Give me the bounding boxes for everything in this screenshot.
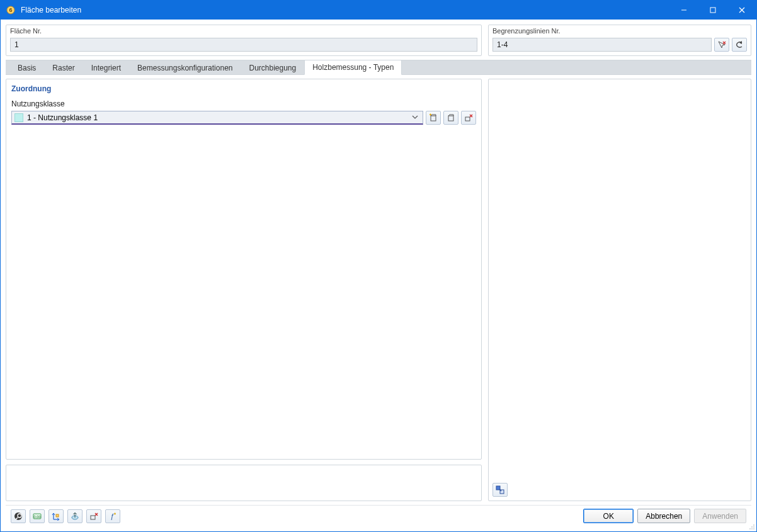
svg-point-15 xyxy=(14,512,22,520)
svg-text:ƒ: ƒ xyxy=(110,512,114,520)
surface-number-input[interactable] xyxy=(10,38,477,52)
boundary-lines-input[interactable] xyxy=(492,38,712,52)
boundary-lines-group: Begrenzungslinien Nr. xyxy=(488,25,751,56)
svg-rect-9 xyxy=(448,116,453,121)
delete-service-class-button[interactable] xyxy=(461,111,476,125)
cancel-button[interactable]: Abbrechen xyxy=(637,509,690,523)
svg-rect-3 xyxy=(710,8,715,13)
units-button[interactable]: 0,00 xyxy=(30,509,45,523)
apply-button[interactable]: Anwenden xyxy=(694,509,746,523)
new-service-class-button[interactable] xyxy=(426,111,441,125)
top-row: Fläche Nr. Begrenzungslinien Nr. xyxy=(6,25,751,56)
surface-number-label: Fläche Nr. xyxy=(10,27,42,35)
app-icon: 6 xyxy=(6,5,16,15)
tab-bar: Basis Raster Integriert Bemessungskonfig… xyxy=(6,60,751,75)
svg-line-12 xyxy=(470,115,472,117)
svg-line-17 xyxy=(16,518,18,519)
svg-point-16 xyxy=(18,514,21,518)
svg-rect-22 xyxy=(56,514,59,517)
svg-rect-25 xyxy=(91,516,95,519)
svg-rect-14 xyxy=(500,490,504,494)
comment-panel xyxy=(6,465,482,501)
svg-rect-18 xyxy=(33,514,41,519)
help-button[interactable] xyxy=(11,509,26,523)
svg-rect-13 xyxy=(496,486,500,490)
client-area: Fläche Nr. Begrenzungslinien Nr. xyxy=(1,20,756,531)
svg-line-7 xyxy=(723,42,726,44)
tab-raster[interactable]: Raster xyxy=(44,60,83,75)
surface-number-group: Fläche Nr. xyxy=(6,25,482,56)
tab-basis[interactable]: Basis xyxy=(9,60,44,75)
function-button[interactable]: ƒ xyxy=(105,509,120,523)
svg-line-27 xyxy=(95,513,98,516)
svg-point-30 xyxy=(751,526,753,528)
dialog-window: 6 Fläche bearbeiten Fläche Nr. Begrenzun… xyxy=(0,0,757,532)
edit-service-class-button[interactable] xyxy=(443,111,458,125)
svg-point-33 xyxy=(751,528,753,529)
chevron-down-icon xyxy=(410,113,420,122)
svg-point-34 xyxy=(753,528,754,529)
maximize-button[interactable] xyxy=(698,1,727,20)
svg-line-26 xyxy=(95,513,98,516)
close-button[interactable] xyxy=(727,1,756,20)
svg-point-31 xyxy=(753,526,754,528)
preview-settings-button[interactable] xyxy=(492,483,508,497)
axis-button[interactable] xyxy=(48,509,64,523)
tab-durchbiegung[interactable]: Durchbiegung xyxy=(241,60,304,75)
left-column: Zuordnung Nutzungsklasse 1 - Nutzungskla… xyxy=(6,79,482,501)
service-class-combo[interactable]: 1 - Nutzungsklasse 1 xyxy=(11,111,423,125)
svg-line-11 xyxy=(470,115,472,117)
svg-rect-10 xyxy=(465,117,470,121)
tab-bemessungskonfigurationen[interactable]: Bemessungskonfigurationen xyxy=(129,60,241,75)
svg-point-23 xyxy=(72,516,78,519)
surface-icon-button[interactable] xyxy=(67,509,83,523)
assignment-panel: Zuordnung Nutzungsklasse 1 - Nutzungskla… xyxy=(6,79,482,460)
right-column xyxy=(488,79,751,501)
svg-point-29 xyxy=(753,524,754,526)
svg-point-32 xyxy=(749,528,751,529)
ok-button[interactable]: OK xyxy=(583,509,634,523)
service-class-value: 1 - Nutzungsklasse 1 xyxy=(27,113,410,122)
bottom-bar: 0,00 xyxy=(6,505,751,526)
resize-grip[interactable] xyxy=(748,523,755,530)
window-title: Fläche bearbeiten xyxy=(21,6,81,14)
svg-line-6 xyxy=(723,42,726,44)
titlebar: 6 Fläche bearbeiten xyxy=(1,1,756,20)
tab-holzbemessung-typen[interactable]: Holzbemessung - Typen xyxy=(304,60,402,75)
svg-rect-8 xyxy=(431,116,436,121)
tab-integriert[interactable]: Integriert xyxy=(83,60,129,75)
reverse-lines-button[interactable] xyxy=(732,38,747,52)
svg-text:0,00: 0,00 xyxy=(33,514,41,518)
pick-lines-button[interactable] xyxy=(714,38,729,52)
minimize-button[interactable] xyxy=(669,1,698,20)
service-class-color-swatch xyxy=(14,113,23,122)
service-class-label: Nutzungsklasse xyxy=(11,99,476,108)
remove-button[interactable] xyxy=(86,509,101,523)
svg-text:6: 6 xyxy=(9,7,12,13)
boundary-lines-label: Begrenzungslinien Nr. xyxy=(492,27,561,35)
content-row: Zuordnung Nutzungsklasse 1 - Nutzungskla… xyxy=(6,79,751,501)
preview-panel xyxy=(488,79,751,501)
assignment-section-title: Zuordnung xyxy=(11,84,476,93)
